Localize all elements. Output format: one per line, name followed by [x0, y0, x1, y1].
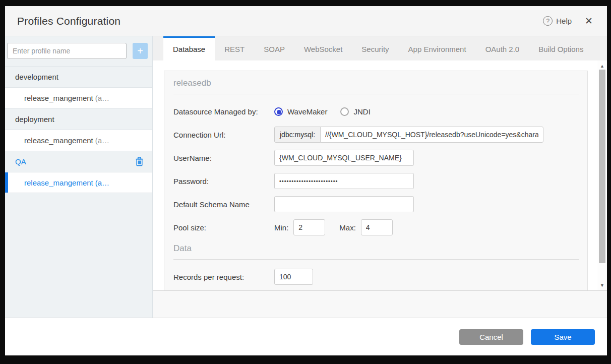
- vertical-scrollbar[interactable]: ▲ ▼: [597, 60, 607, 291]
- tab-app-environment[interactable]: App Environment: [399, 36, 476, 60]
- pool-max-label: Max:: [339, 223, 356, 232]
- radio-wavemaker-icon: [274, 107, 283, 116]
- sidebar-item-release-mangement-deploy[interactable]: release_mangement (a…: [5, 130, 152, 151]
- config-tabs: Database REST SOAP WebSocket Security Ap…: [153, 36, 607, 60]
- datasource-label: Datasource Managed by:: [173, 107, 274, 116]
- help-button[interactable]: ? Help: [543, 16, 572, 26]
- pool-size-label: Pool size:: [173, 223, 274, 232]
- section-divider: [173, 94, 579, 94]
- connection-url-input[interactable]: [320, 127, 543, 143]
- tab-oauth[interactable]: OAuth 2.0: [476, 36, 529, 60]
- records-per-request-row: Records per request:: [173, 269, 579, 285]
- sidebar-item-deployment[interactable]: deployment: [5, 108, 152, 130]
- section-divider: [173, 259, 579, 260]
- records-per-request-label: Records per request:: [173, 273, 274, 281]
- jdbc-prefix: jdbc:mysql:: [274, 127, 321, 143]
- close-icon[interactable]: ✕: [583, 14, 595, 28]
- tab-websocket[interactable]: WebSocket: [294, 36, 352, 60]
- dialog-footer: Cancel Save: [5, 318, 607, 355]
- sidebar-item-release-mangement-dev[interactable]: release_mangement (a…: [5, 87, 152, 108]
- tab-content-scroll-area: releasedb Datasource Managed by: WaveMak…: [153, 60, 607, 291]
- profile-create-row: +: [5, 36, 152, 66]
- radio-option-wavemaker[interactable]: WaveMaker: [274, 107, 327, 116]
- tab-rest[interactable]: REST: [215, 36, 254, 60]
- help-label: Help: [556, 17, 572, 25]
- data-section-heading: Data: [173, 244, 579, 254]
- pool-max-input[interactable]: [361, 219, 393, 235]
- save-button[interactable]: Save: [531, 329, 595, 345]
- datasource-row: Datasource Managed by: WaveMaker JNDI: [173, 103, 579, 119]
- profiles-configuration-dialog: Profiles Configuration ? Help ✕ + develo…: [5, 6, 607, 355]
- default-schema-input[interactable]: [274, 196, 414, 212]
- tab-security[interactable]: Security: [352, 36, 398, 60]
- sidebar-item-release-mangement-qa[interactable]: release_mangement (a…: [5, 172, 152, 193]
- cancel-button[interactable]: Cancel: [459, 329, 523, 345]
- username-row: UserName:: [173, 150, 579, 166]
- records-per-request-input[interactable]: [274, 269, 313, 285]
- database-name-heading: releasedb: [173, 78, 579, 88]
- add-profile-button[interactable]: +: [133, 43, 148, 59]
- default-schema-label: Default Schema Name: [173, 200, 274, 209]
- pool-min-input[interactable]: [293, 219, 325, 235]
- page-title: Profiles Configuration: [17, 15, 120, 27]
- tab-build-options[interactable]: Build Options: [529, 36, 593, 60]
- password-row: Password:: [173, 173, 579, 189]
- radio-jndi-icon: [340, 107, 349, 116]
- delete-profile-icon[interactable]: [136, 157, 143, 168]
- password-input[interactable]: [274, 173, 414, 189]
- scrollbar-thumb[interactable]: [599, 70, 605, 263]
- sidebar-item-qa[interactable]: QA: [5, 151, 152, 172]
- default-schema-row: Default Schema Name: [173, 196, 579, 212]
- profile-name-input[interactable]: [7, 43, 127, 59]
- dialog-body: + development release_mangement (a… depl…: [5, 36, 607, 318]
- pool-min-label: Min:: [274, 223, 288, 232]
- radio-option-jndi[interactable]: JNDI: [340, 107, 370, 116]
- password-label: Password:: [173, 177, 274, 186]
- connection-url-row: Connection Url: jdbc:mysql:: [173, 127, 579, 143]
- username-label: UserName:: [173, 154, 274, 162]
- help-icon: ?: [543, 16, 553, 26]
- connection-url-label: Connection Url:: [173, 131, 274, 139]
- username-input[interactable]: [274, 150, 414, 166]
- tab-soap[interactable]: SOAP: [254, 36, 294, 60]
- scroll-down-icon[interactable]: ▼: [597, 281, 607, 290]
- tab-database[interactable]: Database: [163, 36, 215, 60]
- database-settings-panel: releasedb Datasource Managed by: WaveMak…: [164, 71, 588, 291]
- profiles-sidebar: + development release_mangement (a… depl…: [5, 36, 153, 318]
- sidebar-item-development[interactable]: development: [5, 66, 152, 87]
- pool-size-row: Pool size: Min: Max:: [173, 219, 579, 235]
- profile-detail-area: Database REST SOAP WebSocket Security Ap…: [153, 36, 607, 318]
- dialog-header: Profiles Configuration ? Help ✕: [5, 6, 607, 36]
